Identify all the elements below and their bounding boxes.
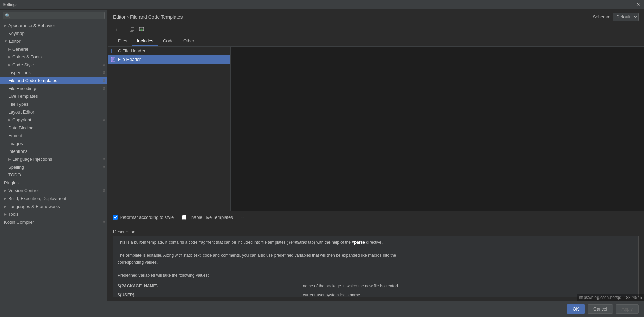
title-bar: Settings ✕ [0,0,644,10]
ok-button[interactable]: OK [567,304,585,314]
arrow-icon: ▶ [8,157,11,161]
remove-button[interactable]: − [120,27,126,34]
sidebar-label: Layout Editor [8,109,35,115]
breadcrumb: Editor › File and Code Templates [113,14,183,20]
add-button[interactable]: + [113,27,119,34]
sidebar-item-file-code-templates[interactable]: File and Code Templates⧉ [0,77,107,84]
live-templates-checkbox-label[interactable]: Enable Live Templates [182,215,233,220]
reformat-checkbox-label[interactable]: Reformat according to style [113,215,174,220]
description-title: Description [108,226,644,236]
sidebar-label: Version Control [8,188,39,193]
sidebar-label: File Encodings [8,86,37,91]
content-panel: Editor › File and Code Templates Schema:… [108,10,644,301]
sidebar-label: Live Templates [8,94,38,99]
sidebar-item-layout-editor[interactable]: Layout Editor [0,108,107,116]
sidebar-item-plugins[interactable]: Plugins [0,179,107,187]
sidebar-item-file-types[interactable]: File Types [0,100,107,108]
sidebar-item-inspections[interactable]: Inspections⧉ [0,69,107,77]
search-icon: 🔍 [5,13,10,18]
watermark: https://blog.csdn.net/qq_18824545 [577,294,644,301]
copy-icon: ⧉ [103,220,105,224]
checkbox-row: Reformat according to style Enable Live … [113,215,639,220]
sidebar-item-appearance[interactable]: ▶ Appearance & Behavior [0,22,107,29]
sidebar-item-live-templates[interactable]: Live Templates [0,92,107,100]
tab-files[interactable]: Files [113,36,132,46]
sidebar-item-colors-fonts[interactable]: ▶ Colors & Fonts [0,53,107,61]
file-item-file-header[interactable]: File Header [108,55,230,64]
close-button[interactable]: ✕ [635,1,641,8]
sidebar-label: Build, Execution, Deployment [8,196,66,201]
arrow-icon: ▶ [4,197,7,200]
desc-var-row-2: ${USER} current user system login name [118,291,634,297]
tabs-bar: Files Includes Code Other [108,36,644,47]
sidebar-label: Spelling [8,164,24,170]
tab-code[interactable]: Code [158,36,178,46]
sidebar-item-editor[interactable]: ▼ Editor [0,37,107,45]
desc-var-row-1: ${PACKAGE_NAME} name of the package in w… [118,281,634,291]
tab-includes[interactable]: Includes [132,36,158,46]
sidebar-item-tools[interactable]: ▶ Tools [0,210,107,218]
sidebar-label: Kotlin Compiler [4,220,34,225]
file-item-c-header-label: C File Header [118,48,145,53]
sidebar-label: Editor [9,39,21,44]
arrow-icon: ▶ [4,212,7,216]
schema-select[interactable]: Default [613,13,639,21]
sidebar-item-language-injections[interactable]: ▶ Language Injections⧉ [0,155,107,163]
sidebar-item-images[interactable]: Images [0,140,107,147]
arrow-icon: ▶ [8,63,11,67]
sidebar-label: Tools [8,212,18,217]
sidebar-item-copyright[interactable]: ▶ Copyright⧉ [0,116,107,124]
tab-other[interactable]: Other [178,36,199,46]
sidebar-item-file-encodings[interactable]: File Encodings⧉ [0,84,107,92]
editor-area [231,47,644,211]
copy-template-button[interactable] [128,26,136,34]
apply-button[interactable]: Apply [616,304,639,314]
reformat-checkbox[interactable] [113,215,118,220]
sidebar-label: Copyright [12,117,31,122]
sidebar-label: Intentions [8,149,27,154]
copy-icon: ⧉ [103,188,105,193]
arrow-icon: ▶ [4,189,7,193]
sidebar-item-kotlin-compiler[interactable]: Kotlin Compiler⧉ [0,218,107,226]
sidebar-item-todo[interactable]: TODO [0,171,107,179]
file-item-c-header[interactable]: C File Header [108,47,230,55]
copy-icon: ⧉ [103,86,105,91]
sidebar-label: Emmet [8,133,22,138]
resize-handle: · · · · [241,215,243,219]
desc-predefined: Predefined variables will take the follo… [118,273,209,278]
sidebar-item-general[interactable]: ▶ General [0,45,107,53]
sidebar-item-emmet[interactable]: Emmet [0,132,107,140]
sidebar-item-code-style[interactable]: ▶ Code Style⧉ [0,61,107,69]
desc-text-line3: corresponding values. [118,260,158,265]
reformat-label: Reformat according to style [120,215,174,220]
copy-icon: ⧉ [103,165,105,169]
sidebar-label: Keymap [8,31,25,36]
live-templates-label: Enable Live Templates [188,215,233,220]
sidebar-item-keymap[interactable]: Keymap [0,29,107,37]
content-header: Editor › File and Code Templates Schema:… [108,10,644,24]
toolbar: + − [108,24,644,36]
cancel-button[interactable]: Cancel [588,304,613,314]
sidebar-item-spelling[interactable]: Spelling⧉ [0,163,107,171]
sidebar-label: File Types [8,102,28,107]
arrow-icon: ▶ [4,24,7,27]
copy-icon: ⧉ [103,78,105,83]
sidebar-item-build-execution[interactable]: ▶ Build, Execution, Deployment [0,195,107,202]
sidebar-item-languages-frameworks[interactable]: ▶ Languages & Frameworks [0,202,107,210]
bottom-buttons: OK Cancel Apply [0,301,644,317]
editor-content[interactable] [231,47,644,211]
sidebar-item-version-control[interactable]: ▶ Version Control⧉ [0,187,107,195]
sidebar-label: Inspections [8,70,31,75]
sidebar-item-data-binding[interactable]: Data Binding [0,124,107,132]
arrow-icon: ▶ [8,55,11,59]
sidebar-label: Images [8,141,23,146]
search-input[interactable] [12,13,102,18]
sidebar: 🔍 ▶ Appearance & BehaviorKeymap▼ Editor▶… [0,10,108,301]
description-section: Description This is a built-in template.… [108,226,644,301]
arrow-icon: ▼ [4,39,8,43]
desc-text-intro: This is a built-in template. It contains… [118,240,383,245]
live-templates-checkbox[interactable] [182,215,186,220]
export-button[interactable] [137,26,146,34]
sidebar-item-intentions[interactable]: Intentions [0,147,107,155]
file-list: C File Header File Header [108,47,231,211]
